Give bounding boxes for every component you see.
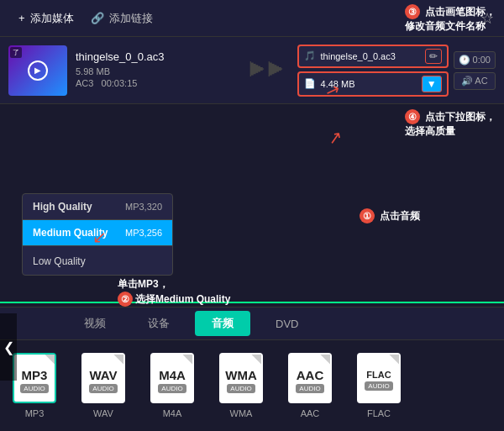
add-media-button[interactable]: + 添加媒体: [10, 8, 82, 29]
output-info: 🎵 thingelse_0_0.ac3 ✏ 📄 4.48 MB ▼: [297, 45, 449, 97]
flac-label: FLAC: [367, 408, 391, 418]
m4a-icon: M4A AUDIO: [147, 350, 197, 405]
output-size-icon: 📄: [304, 78, 316, 89]
play-icon[interactable]: ▶: [28, 60, 48, 81]
wav-label: WAV: [93, 408, 113, 418]
star-button[interactable]: ☆: [480, 9, 494, 28]
medium-quality-format: MP3,256: [125, 228, 162, 238]
tab-dvd[interactable]: DVD: [259, 313, 315, 335]
medium-quality-label: Medium Quality: [33, 227, 108, 239]
scroll-left-arrow[interactable]: ❮: [0, 313, 17, 381]
format-row: MP3 AUDIO MP3 WAV AUDIO WAV M4A AUDIO M4…: [0, 340, 504, 431]
link-icon: 🔗: [91, 12, 104, 24]
tab-video[interactable]: 视频: [67, 311, 123, 336]
time-button[interactable]: 🕐 0:00: [454, 51, 496, 69]
add-link-label: 添加链接: [109, 11, 153, 26]
file-info: thingelse_0_0.ac3 5.98 MB AC3 00:03:15: [67, 50, 237, 90]
plus-icon: +: [18, 12, 25, 24]
wma-label: WMA: [230, 408, 253, 418]
annotation-1: ① 点击音频: [360, 208, 420, 223]
tab-device[interactable]: 设备: [131, 311, 186, 336]
file-size: 5.98 MB: [76, 66, 237, 76]
file-name: thingelse_0_0.ac3: [76, 50, 237, 63]
format-m4a[interactable]: M4A AUDIO M4A: [138, 347, 207, 431]
quality-panel: High Quality MP3,320 Medium Quality MP3,…: [22, 193, 173, 276]
format-wma[interactable]: WMA AUDIO WMA: [207, 347, 276, 431]
convert-arrow: ⯈⯈: [249, 60, 286, 81]
high-quality-item[interactable]: High Quality MP3,320: [23, 194, 172, 220]
low-quality-item[interactable]: Low Quality: [23, 245, 172, 275]
green-line: [0, 302, 504, 303]
quality-dropdown-button[interactable]: ▼: [422, 76, 442, 92]
medium-quality-item[interactable]: Medium Quality MP3,256: [23, 220, 172, 245]
tab-bar: 视频 设备 音频 DVD: [0, 307, 504, 340]
aac-icon: AAC AUDIO: [285, 350, 335, 405]
high-quality-label: High Quality: [33, 201, 92, 213]
aac-label: AAC: [301, 408, 320, 418]
high-quality-format: MP3,320: [125, 202, 162, 212]
output-file-icon: 🎵: [304, 50, 316, 61]
add-media-label: 添加媒体: [30, 11, 74, 26]
mp3-label: MP3: [25, 408, 45, 418]
tab-audio[interactable]: 音频: [195, 311, 250, 336]
arrow-to-dropdown: ↗: [327, 127, 344, 150]
wma-icon: WMA AUDIO: [216, 350, 266, 405]
low-quality-label: Low Quality: [33, 255, 86, 267]
audio-button[interactable]: 🔊 AC: [454, 72, 496, 90]
output-name-row: 🎵 thingelse_0_0.ac3 ✏: [297, 45, 449, 68]
m4a-label: M4A: [163, 408, 182, 418]
wav-icon: WAV AUDIO: [78, 350, 129, 405]
file-format-duration: AC3 00:03:15: [76, 78, 237, 88]
edit-filename-button[interactable]: ✏: [425, 49, 442, 64]
annotation-4: ④ 点击下拉图标，选择高质量: [405, 109, 496, 139]
output-file-name: thingelse_0_0.ac3: [321, 51, 420, 61]
format-aac[interactable]: AAC AUDIO AAC: [276, 347, 344, 431]
format-flac[interactable]: FLAC AUDIO FLAC: [344, 347, 413, 431]
output-size-row: 📄 4.48 MB ▼: [297, 71, 449, 97]
mp3-icon: MP3 AUDIO: [9, 350, 60, 405]
output-file-size: 4.48 MB: [321, 79, 417, 89]
right-icons: 🕐 0:00 🔊 AC: [454, 51, 496, 90]
flac-icon: FLAC AUDIO: [354, 350, 404, 405]
file-row: 了 ▶ thingelse_0_0.ac3 5.98 MB AC3 00:03:…: [0, 37, 504, 104]
add-link-button[interactable]: 🔗 添加链接: [82, 8, 161, 29]
file-thumbnail: 了 ▶: [8, 45, 67, 96]
top-toolbar: + 添加媒体 🔗 添加链接 ☆: [0, 0, 504, 37]
thumb-label: 了: [10, 47, 22, 58]
format-wav[interactable]: WAV AUDIO WAV: [69, 347, 138, 431]
